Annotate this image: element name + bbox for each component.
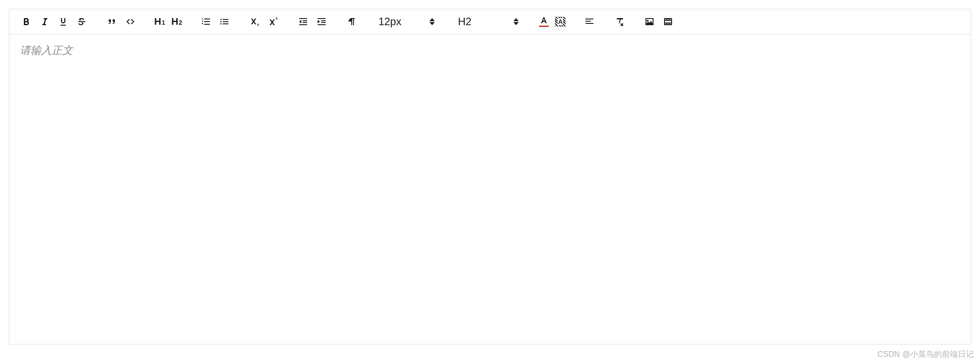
toolbar-group-media [643, 15, 674, 28]
outdent-button[interactable] [297, 15, 309, 28]
heading2-button[interactable]: H2 [171, 17, 182, 26]
bold-icon [21, 16, 31, 27]
italic-button[interactable] [38, 15, 51, 28]
caret-sort-icon [429, 18, 435, 25]
toolbar-group-align [583, 15, 596, 28]
code-icon [125, 16, 136, 27]
align-left-icon [584, 16, 595, 27]
text-direction-button[interactable] [346, 15, 358, 28]
indent-button[interactable] [315, 15, 328, 28]
underline-button[interactable] [57, 15, 69, 28]
align-button[interactable] [583, 15, 596, 28]
toolbar-group-clear [613, 15, 626, 28]
toolbar-group-direction [346, 15, 358, 28]
editor-content-area[interactable]: 请输入正文 [9, 34, 971, 344]
background-color-button[interactable] [555, 17, 566, 26]
subscript-button[interactable] [248, 15, 261, 28]
heading1-label: H [154, 17, 161, 26]
unordered-list-icon [219, 16, 230, 27]
font-size-value: 12px [378, 15, 401, 28]
codeblock-button[interactable] [124, 15, 137, 28]
toolbar-group-headings: H1 H2 [154, 17, 182, 26]
unordered-list-button[interactable] [218, 15, 231, 28]
image-button[interactable] [643, 15, 656, 28]
caret-sort-icon [513, 18, 519, 25]
heading2-sub: 2 [179, 19, 182, 26]
toolbar-group-format [20, 15, 88, 28]
font-size-select[interactable]: 12px [376, 15, 437, 28]
underline-icon [58, 16, 68, 27]
pilcrow-icon [346, 16, 357, 27]
header-select[interactable]: H2 [455, 15, 521, 28]
italic-icon [39, 16, 50, 27]
indent-icon [316, 16, 327, 27]
clear-format-icon [614, 16, 625, 27]
ordered-list-button[interactable] [200, 15, 212, 28]
editor-toolbar: H1 H2 [9, 9, 971, 34]
font-color-button[interactable] [539, 16, 549, 27]
strikethrough-button[interactable] [76, 15, 88, 28]
editor-placeholder: 请输入正文 [20, 43, 960, 57]
header-select-value: H2 [458, 15, 471, 28]
heading1-button[interactable]: H1 [154, 17, 165, 26]
video-button[interactable] [662, 15, 674, 28]
quote-icon [106, 16, 117, 27]
toolbar-group-color [539, 16, 566, 27]
superscript-icon [268, 16, 278, 27]
image-icon [644, 16, 655, 27]
rich-text-editor: H1 H2 [9, 9, 971, 344]
bold-button[interactable] [20, 15, 32, 28]
heading2-label: H [171, 17, 179, 26]
font-color-icon [539, 16, 549, 25]
toolbar-group-insert [106, 15, 137, 28]
outdent-icon [298, 16, 308, 27]
heading1-sub: 1 [162, 19, 165, 26]
font-color-swatch [539, 26, 549, 27]
toolbar-group-list [200, 15, 231, 28]
video-icon [663, 16, 673, 27]
subscript-icon [249, 16, 260, 27]
toolbar-group-indent [297, 15, 328, 28]
highlight-icon [555, 17, 566, 26]
clear-format-button[interactable] [613, 15, 626, 28]
blockquote-button[interactable] [106, 15, 118, 28]
strikethrough-icon [76, 16, 87, 27]
superscript-button[interactable] [267, 15, 279, 28]
ordered-list-icon [201, 16, 211, 27]
toolbar-group-script [248, 15, 279, 28]
watermark-text: CSDN @小菜鸟的前端日记 [877, 349, 974, 359]
